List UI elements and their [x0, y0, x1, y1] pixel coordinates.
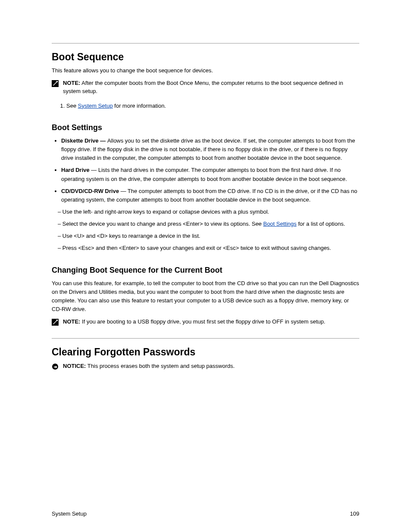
step-1-b: for more information.	[113, 103, 166, 109]
section-title-clearing: Clearing Forgotten Passwords	[52, 346, 359, 358]
note-text-2: If you are booting to a USB floppy drive…	[82, 318, 325, 325]
dash-select-b: for a list of options.	[296, 221, 345, 227]
system-setup-link[interactable]: System Setup	[78, 103, 113, 109]
dash-udkeys: Use <U> and <D> keys to rearrange a devi…	[58, 232, 359, 240]
section-rule-top	[52, 43, 359, 44]
footer-page: 109	[350, 510, 359, 517]
bullet-harddrive-text: — Lists the hard drives in the computer.…	[61, 167, 347, 182]
boot-settings-heading: Boot Settings	[52, 123, 359, 132]
footer-chapter: System Setup	[52, 510, 87, 517]
intro-paragraph: This feature allows you to change the bo…	[52, 66, 359, 75]
step-1-a: See	[66, 103, 78, 109]
note-body-2: NOTE: If you are booting to a USB floppy…	[63, 318, 359, 326]
boot-settings-bullets: Diskette Drive — Allows you to set the d…	[52, 137, 359, 204]
notice-callout: NOTICE: This process erases both the sys…	[52, 362, 359, 370]
bullet-diskette: Diskette Drive — Allows you to set the d…	[61, 137, 359, 162]
note-icon-2	[52, 319, 59, 326]
section-rule-mid	[52, 338, 359, 339]
note-text-1: After the computer boots from the Boot O…	[63, 80, 343, 94]
changing-boot-heading: Changing Boot Sequence for the Current B…	[52, 266, 359, 275]
note-callout-2: NOTE: If you are booting to a USB floppy…	[52, 318, 359, 326]
dash-select-device: Select the device you want to change and…	[58, 220, 359, 228]
notice-icon	[52, 363, 59, 370]
dash-list: Use the left- and right-arrow keys to ex…	[52, 208, 359, 253]
note-label-2: NOTE:	[63, 318, 80, 325]
bullet-harddrive-bold: Hard Drive	[61, 167, 90, 173]
boot-settings-link[interactable]: Boot Settings	[263, 221, 296, 227]
note-body-1: NOTE: After the computer boots from the …	[63, 79, 359, 96]
note-callout-1: NOTE: After the computer boots from the …	[52, 79, 359, 96]
dash-select-a: Select the device you want to change and…	[62, 221, 263, 227]
section-title-boot-sequence: Boot Sequence	[52, 51, 359, 63]
changing-boot-text: You can use this feature, for example, t…	[52, 279, 359, 314]
dash-esc: Press <Esc> and then <Enter> to save you…	[58, 244, 359, 252]
notice-label: NOTICE:	[63, 363, 86, 369]
bullet-cddvd-bold: CD/DVD/CD-RW Drive	[61, 188, 119, 194]
note-icon	[52, 80, 59, 87]
notice-text: This process erases both the system and …	[87, 363, 235, 369]
note-label-1: NOTE:	[63, 80, 80, 86]
bullet-cddvd: CD/DVD/CD-RW Drive — The computer attemp…	[61, 187, 359, 204]
svg-rect-1	[56, 81, 58, 82]
bullet-harddrive: Hard Drive — Lists the hard drives in th…	[61, 166, 359, 183]
notice-body: NOTICE: This process erases both the sys…	[63, 362, 359, 370]
svg-rect-3	[56, 320, 58, 321]
steps-list-1: See System Setup for more information.	[52, 102, 359, 110]
dash-arrowkeys: Use the left- and right-arrow keys to ex…	[58, 208, 359, 216]
bullet-diskette-bold: Diskette Drive —	[61, 137, 107, 144]
step-1: See System Setup for more information.	[66, 102, 359, 110]
